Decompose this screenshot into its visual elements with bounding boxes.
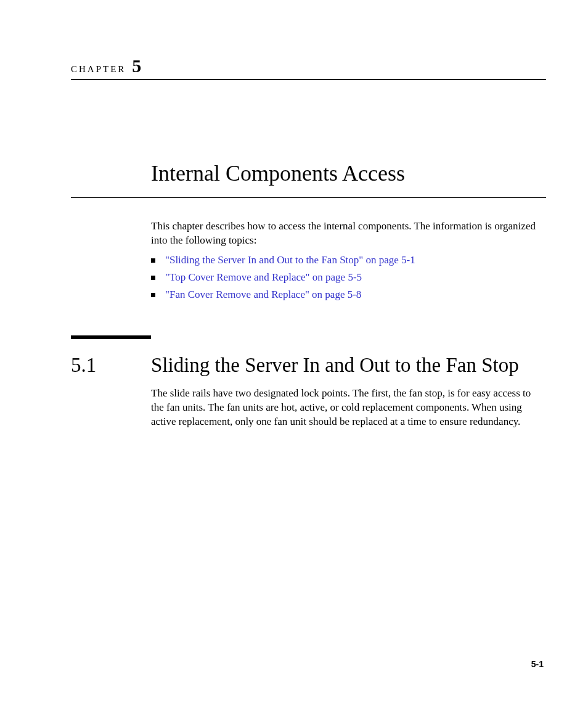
toc-list: "Sliding the Server In and Out to the Fa… bbox=[151, 254, 546, 301]
title-divider bbox=[71, 197, 546, 198]
chapter-number: 5 bbox=[132, 55, 141, 76]
chapter-title: Internal Components Access bbox=[151, 160, 546, 186]
toc-link[interactable]: "Top Cover Remove and Replace" on page 5… bbox=[165, 271, 362, 284]
bullet-icon bbox=[151, 276, 155, 280]
toc-link[interactable]: "Sliding the Server In and Out to the Fa… bbox=[165, 254, 415, 266]
toc-link[interactable]: "Fan Cover Remove and Replace" on page 5… bbox=[165, 289, 361, 301]
section-number: 5.1 bbox=[71, 353, 151, 378]
page-number: 5-1 bbox=[531, 659, 544, 669]
chapter-header: CHAPTER 5 bbox=[71, 55, 546, 80]
list-item: "Fan Cover Remove and Replace" on page 5… bbox=[151, 289, 546, 301]
chapter-label: CHAPTER bbox=[71, 64, 126, 75]
section-body: The slide rails have two designated lock… bbox=[151, 387, 546, 429]
section: 5.1 Sliding the Server In and Out to the… bbox=[71, 335, 546, 429]
bullet-icon bbox=[151, 293, 155, 297]
list-item: "Sliding the Server In and Out to the Fa… bbox=[151, 254, 546, 266]
bullet-icon bbox=[151, 258, 155, 263]
section-rule bbox=[71, 335, 151, 339]
list-item: "Top Cover Remove and Replace" on page 5… bbox=[151, 271, 546, 284]
intro-paragraph: This chapter describes how to access the… bbox=[151, 220, 546, 248]
section-title: Sliding the Server In and Out to the Fan… bbox=[151, 353, 546, 378]
